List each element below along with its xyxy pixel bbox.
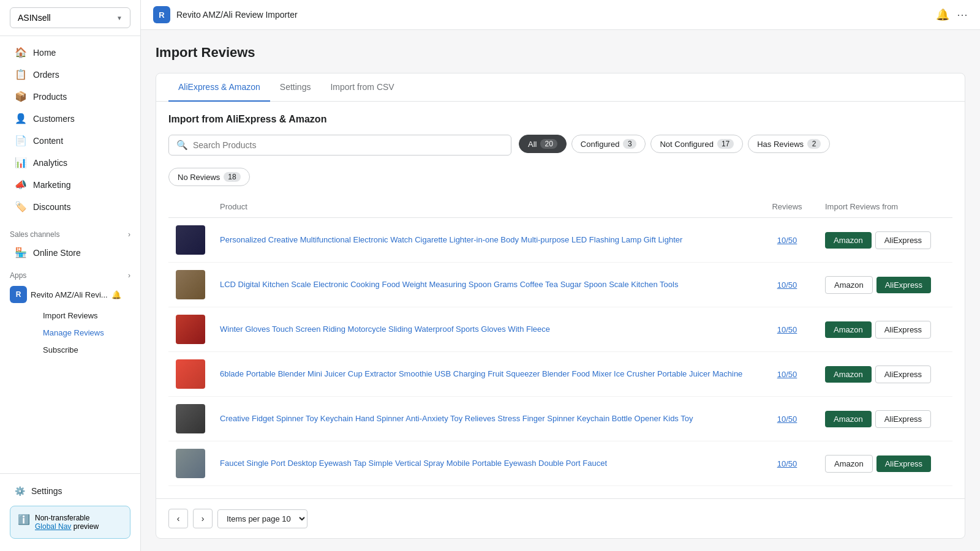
tab-settings[interactable]: Settings xyxy=(270,73,321,102)
product-thumbnail xyxy=(176,225,205,255)
sidebar-item-label: Online Store xyxy=(33,248,81,258)
app-sub-nav: Import Reviews Manage Reviews Subscribe xyxy=(0,307,140,359)
import-buttons: Amazon AliExpress xyxy=(825,321,945,339)
filter-has-reviews[interactable]: Has Reviews 2 xyxy=(748,135,830,153)
app-logo: R xyxy=(153,6,170,23)
import-buttons: Amazon AliExpress xyxy=(825,276,945,294)
sidebar-item-label: Content xyxy=(33,136,63,146)
product-name-link[interactable]: Winter Gloves Touch Screen Riding Motorc… xyxy=(220,324,550,334)
product-name-link[interactable]: Faucet Single Port Desktop Eyewash Tap S… xyxy=(220,459,607,468)
chevron-down-icon: ▼ xyxy=(116,15,123,21)
more-options-icon[interactable]: ⋯ xyxy=(957,8,968,21)
product-thumb-cell xyxy=(168,397,213,441)
product-table: Product Reviews Import Reviews from Pers… xyxy=(168,196,952,486)
items-per-page-select[interactable]: Items per page 10 Items per page 25 Item… xyxy=(217,509,307,528)
reviews-link[interactable]: 10/50 xyxy=(777,325,797,334)
product-name-link[interactable]: Creative Fidget Spinner Toy Keychain Han… xyxy=(220,414,693,423)
product-name-link[interactable]: 6blade Portable Blender Mini Juicer Cup … xyxy=(220,369,742,378)
reviews-link[interactable]: 10/50 xyxy=(777,414,797,424)
import-buttons: Amazon AliExpress xyxy=(825,365,945,383)
sales-channels-section: Sales channels › xyxy=(0,223,140,241)
sidebar-item-content[interactable]: 📄 Content xyxy=(5,130,135,151)
sidebar-item-online-store[interactable]: 🏪 Online Store xyxy=(5,242,135,263)
sidebar-item-settings[interactable]: ⚙️ Settings xyxy=(5,481,135,501)
topbar-left: R Revito AMZ/Ali Review Importer xyxy=(153,6,298,23)
app-row[interactable]: R Revito AMZ/Ali Revi... 🔔 xyxy=(0,282,140,307)
product-reviews-cell: 10/50 xyxy=(756,441,818,486)
product-thumbnail xyxy=(176,270,205,299)
amazon-button[interactable]: Amazon xyxy=(825,321,872,338)
settings-label: Settings xyxy=(31,486,62,496)
table-row: Faucet Single Port Desktop Eyewash Tap S… xyxy=(168,441,952,486)
import-buttons: Amazon AliExpress xyxy=(825,410,945,428)
filter-not-configured-count: 17 xyxy=(717,139,734,149)
sidebar-item-marketing[interactable]: 📣 Marketing xyxy=(5,174,135,195)
sidebar-item-subscribe[interactable]: Subscribe xyxy=(33,342,140,358)
store-name: ASINsell xyxy=(18,13,51,23)
aliexpress-button[interactable]: AliExpress xyxy=(875,321,931,339)
filter-all[interactable]: All 20 xyxy=(519,135,567,153)
sidebar-item-import-reviews[interactable]: Import Reviews xyxy=(33,307,140,324)
product-reviews-cell: 10/50 xyxy=(756,263,818,307)
filter-row: 🔍 All 20 Configured 3 Not Co xyxy=(168,135,952,156)
reviews-link[interactable]: 10/50 xyxy=(777,236,797,245)
aliexpress-button[interactable]: AliExpress xyxy=(875,231,931,249)
product-name-link[interactable]: LCD Digital Kitchen Scale Electronic Coo… xyxy=(220,280,678,289)
filter-row-2: No Reviews 18 xyxy=(168,168,952,186)
app-icon: R xyxy=(10,286,27,303)
tab-import-csv[interactable]: Import from CSV xyxy=(320,73,404,102)
sidebar-item-label: Customers xyxy=(33,114,75,124)
apps-section: Apps › xyxy=(0,264,140,282)
product-import-cell: Amazon AliExpress xyxy=(818,441,952,486)
aliexpress-button[interactable]: AliExpress xyxy=(875,365,931,383)
sidebar-bottom: ⚙️ Settings ℹ️ Non-transferable Global N… xyxy=(0,473,140,551)
sidebar-item-analytics[interactable]: 📊 Analytics xyxy=(5,152,135,173)
store-selector[interactable]: ASINsell ▼ xyxy=(10,7,130,28)
global-nav-link[interactable]: Global Nav xyxy=(35,522,71,531)
topbar-app-title: Revito AMZ/Ali Review Importer xyxy=(176,10,298,20)
reviews-link[interactable]: 10/50 xyxy=(777,370,797,379)
filter-buttons: All 20 Configured 3 Not Configured 17 xyxy=(519,135,830,153)
aliexpress-button[interactable]: AliExpress xyxy=(876,455,931,472)
expand-icon: › xyxy=(128,271,130,280)
product-thumb-cell xyxy=(168,307,213,352)
topbar-right: 🔔 ⋯ xyxy=(936,8,968,21)
search-input[interactable] xyxy=(193,140,503,150)
sidebar-item-manage-reviews[interactable]: Manage Reviews xyxy=(33,324,140,341)
amazon-button[interactable]: Amazon xyxy=(825,411,872,427)
sidebar-item-discounts[interactable]: 🏷️ Discounts xyxy=(5,196,135,217)
tab-bar: AliExpress & Amazon Settings Import from… xyxy=(156,73,965,102)
aliexpress-button[interactable]: AliExpress xyxy=(876,277,931,293)
filter-no-reviews[interactable]: No Reviews 18 xyxy=(168,168,250,186)
amazon-button[interactable]: Amazon xyxy=(825,366,872,383)
sidebar-item-home[interactable]: 🏠 Home xyxy=(5,42,135,63)
reviews-link[interactable]: 10/50 xyxy=(777,280,797,290)
next-page-button[interactable]: › xyxy=(193,509,213,528)
table-row: Creative Fidget Spinner Toy Keychain Han… xyxy=(168,397,952,441)
sidebar-item-products[interactable]: 📦 Products xyxy=(5,86,135,107)
sidebar-item-orders[interactable]: 📋 Orders xyxy=(5,64,135,85)
main-nav: 🏠 Home 📋 Orders 📦 Products 👤 Customers 📄… xyxy=(0,36,140,223)
product-name-link[interactable]: Personalized Creative Multifunctional El… xyxy=(220,235,682,244)
product-import-cell: Amazon AliExpress xyxy=(818,307,952,352)
filter-configured[interactable]: Configured 3 xyxy=(571,135,646,153)
filter-not-configured[interactable]: Not Configured 17 xyxy=(650,135,743,153)
product-name-cell: Faucet Single Port Desktop Eyewash Tap S… xyxy=(213,441,756,486)
apps-label: Apps xyxy=(10,271,26,280)
reviews-link[interactable]: 10/50 xyxy=(777,459,797,468)
non-transferable-banner: ℹ️ Non-transferable Global Nav preview xyxy=(10,506,130,539)
main-content: R Revito AMZ/Ali Review Importer 🔔 ⋯ Imp… xyxy=(141,0,980,551)
product-thumb-cell xyxy=(168,352,213,397)
prev-page-button[interactable]: ‹ xyxy=(168,509,188,528)
aliexpress-button[interactable]: AliExpress xyxy=(875,410,931,428)
product-reviews-cell: 10/50 xyxy=(756,307,818,352)
amazon-button[interactable]: Amazon xyxy=(825,276,873,294)
bell-icon[interactable]: 🔔 xyxy=(936,8,949,21)
col-thumb xyxy=(168,196,213,218)
amazon-button[interactable]: Amazon xyxy=(825,455,873,473)
sidebar-item-customers[interactable]: 👤 Customers xyxy=(5,108,135,129)
amazon-button[interactable]: Amazon xyxy=(825,232,872,249)
sidebar-item-label: Orders xyxy=(33,70,59,80)
table-row: Winter Gloves Touch Screen Riding Motorc… xyxy=(168,307,952,352)
tab-aliexpress-amazon[interactable]: AliExpress & Amazon xyxy=(168,73,270,102)
